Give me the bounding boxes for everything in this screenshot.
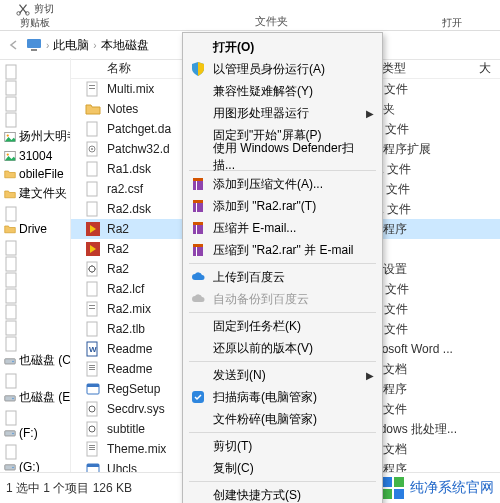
tree-item[interactable] <box>0 78 70 94</box>
breadcrumb-thispc[interactable]: 此电脑 <box>51 37 91 54</box>
svg-rect-19 <box>6 337 16 351</box>
tree-item[interactable] <box>0 62 70 78</box>
menu-label: 用图形处理器运行 <box>213 105 309 122</box>
tree-item[interactable]: 也磁盘 (C:) <box>0 350 70 371</box>
menu-item[interactable]: 压缩到 "Ra2.rar" 并 E-mail <box>185 239 380 261</box>
menu-item[interactable]: 固定到任务栏(K) <box>185 315 380 337</box>
tree-item[interactable] <box>0 408 70 424</box>
tree-item[interactable]: 31004 <box>0 147 70 165</box>
chevron-right-icon: › <box>91 40 98 51</box>
tree-item[interactable] <box>0 286 70 302</box>
tree-icon <box>4 150 16 162</box>
menu-item[interactable]: 上传到百度云 <box>185 266 380 288</box>
cut-button[interactable]: 剪切 <box>10 2 60 16</box>
menu-item[interactable]: 压缩并 E-mail... <box>185 217 380 239</box>
menu-icon <box>189 82 207 100</box>
file-icon: W <box>85 341 101 357</box>
menu-separator <box>189 481 376 482</box>
watermark-text: 纯净系统官网 <box>410 479 494 497</box>
menu-label: 自动备份到百度云 <box>213 291 309 308</box>
menu-icon <box>189 104 207 122</box>
menu-separator <box>189 263 376 264</box>
tree-item[interactable] <box>0 334 70 350</box>
breadcrumb-drive[interactable]: 本地磁盘 <box>99 37 151 54</box>
menu-icon <box>189 317 207 335</box>
tree-item[interactable] <box>0 302 70 318</box>
file-icon <box>85 261 101 277</box>
menu-label: 打开(O) <box>213 39 254 56</box>
col-size-header[interactable]: 大 <box>479 61 491 75</box>
menu-item[interactable]: 文件粉碎(电脑管家) <box>185 408 380 430</box>
file-icon <box>85 421 101 437</box>
clipboard-group-label: 剪贴板 <box>20 16 50 30</box>
tree-icon <box>4 392 16 404</box>
menu-label: 扫描病毒(电脑管家) <box>213 389 317 406</box>
menu-item[interactable]: 还原以前的版本(V) <box>185 337 380 359</box>
tree-icon <box>4 206 16 218</box>
svg-rect-16 <box>6 289 16 303</box>
svg-rect-83 <box>196 247 197 256</box>
svg-point-30 <box>12 467 14 469</box>
tree-item[interactable]: 也磁盘 (E:) <box>0 387 70 408</box>
svg-rect-73 <box>193 178 203 181</box>
menu-label: 发送到(N) <box>213 367 266 384</box>
context-menu: 打开(O)以管理员身份运行(A)兼容性疑难解答(Y)用图形处理器运行▶固定到"开… <box>182 32 383 503</box>
back-button[interactable] <box>4 35 24 55</box>
file-icon <box>85 181 101 197</box>
tree-icon <box>4 320 16 332</box>
svg-rect-49 <box>87 322 97 336</box>
svg-rect-48 <box>89 308 95 309</box>
menu-item[interactable]: 发送到(N)▶ <box>185 364 380 386</box>
menu-icon <box>189 126 207 144</box>
tree-item[interactable] <box>0 442 70 458</box>
menu-item[interactable]: 剪切(T) <box>185 435 380 457</box>
tree-item[interactable]: Drive <box>0 220 70 238</box>
file-icon <box>85 201 101 217</box>
menu-item[interactable]: 扫描病毒(电脑管家) <box>185 386 380 408</box>
menu-item[interactable]: 兼容性疑难解答(Y) <box>185 80 380 102</box>
menu-item[interactable]: 用图形处理器运行▶ <box>185 102 380 124</box>
svg-rect-15 <box>6 273 16 287</box>
tree-item[interactable]: 扬州大明寺 <box>0 126 70 147</box>
menu-item[interactable]: 添加到压缩文件(A)... <box>185 173 380 195</box>
tree-item[interactable] <box>0 238 70 254</box>
tree-icon <box>4 336 16 348</box>
tree-item[interactable]: (G:) <box>0 458 70 473</box>
tree-label: 也磁盘 (E:) <box>19 389 71 406</box>
svg-point-27 <box>12 433 14 435</box>
folder-tree[interactable]: 扬州大明寺31004obileFile建文件夹Drive也磁盘 (C:)也磁盘 … <box>0 58 71 473</box>
svg-rect-57 <box>87 384 99 387</box>
tree-item[interactable] <box>0 254 70 270</box>
file-icon <box>85 221 101 237</box>
svg-point-21 <box>12 360 14 362</box>
tree-icon <box>4 64 16 76</box>
file-icon <box>85 121 101 137</box>
tree-label: 也磁盘 (C:) <box>19 352 71 369</box>
file-icon <box>85 101 101 117</box>
tree-item[interactable] <box>0 270 70 286</box>
svg-rect-77 <box>196 203 197 212</box>
tree-item[interactable]: 建文件夹 <box>0 183 70 204</box>
svg-rect-47 <box>89 305 95 306</box>
menu-item[interactable]: 以管理员身份运行(A) <box>185 58 380 80</box>
col-type-header[interactable]: 类型 <box>382 61 406 75</box>
svg-rect-17 <box>6 305 16 319</box>
tree-item[interactable] <box>0 204 70 220</box>
svg-rect-22 <box>6 374 16 388</box>
tree-item[interactable] <box>0 371 70 387</box>
menu-item[interactable]: 打开(O) <box>185 36 380 58</box>
tree-item[interactable] <box>0 318 70 334</box>
menu-item[interactable]: 添加到 "Ra2.rar"(T) <box>185 195 380 217</box>
menu-item[interactable]: 创建快捷方式(S) <box>185 484 380 503</box>
file-icon <box>85 401 101 417</box>
tree-item[interactable] <box>0 110 70 126</box>
menu-item[interactable]: 复制(C) <box>185 457 380 479</box>
menu-item[interactable]: 使用 Windows Defender扫描... <box>185 146 380 168</box>
svg-rect-79 <box>193 222 203 225</box>
svg-rect-55 <box>89 369 95 370</box>
svg-rect-32 <box>89 85 95 86</box>
tree-item[interactable] <box>0 94 70 110</box>
tree-item[interactable]: obileFile <box>0 165 70 183</box>
tree-item[interactable]: (F:) <box>0 424 70 442</box>
file-icon <box>85 301 101 317</box>
